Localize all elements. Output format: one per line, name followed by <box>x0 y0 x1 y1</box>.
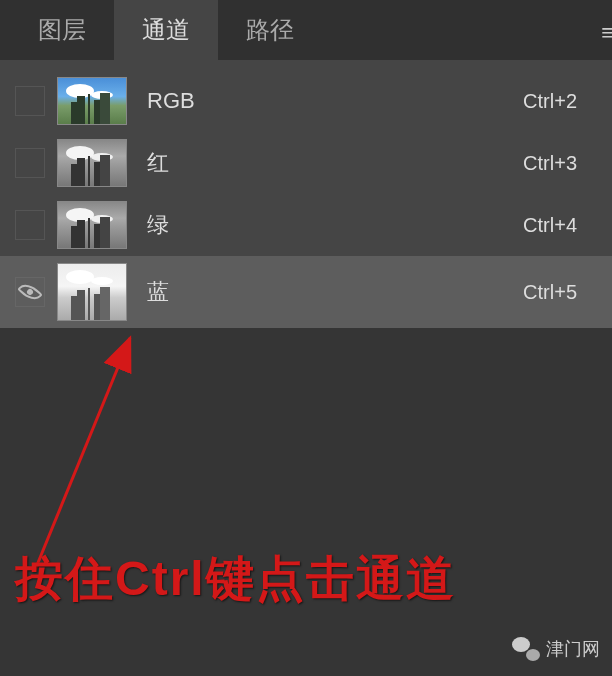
channel-name: RGB <box>139 88 511 114</box>
channel-row-red[interactable]: 红 Ctrl+3 <box>0 132 612 194</box>
visibility-toggle[interactable] <box>15 277 45 307</box>
channel-name: 红 <box>139 148 511 178</box>
visibility-toggle[interactable] <box>15 148 45 178</box>
visibility-toggle[interactable] <box>15 86 45 116</box>
channel-row-blue[interactable]: 蓝 Ctrl+5 <box>0 256 612 328</box>
tab-paths[interactable]: 路径 <box>218 0 322 61</box>
channel-shortcut: Ctrl+3 <box>523 152 597 175</box>
eye-icon <box>17 279 42 304</box>
wechat-icon <box>512 637 540 661</box>
panel-tabs: 图层 通道 路径 ≡ <box>0 0 612 60</box>
channel-thumbnail <box>57 201 127 249</box>
channel-row-rgb[interactable]: RGB Ctrl+2 <box>0 70 612 132</box>
watermark: 津门网 <box>512 637 600 661</box>
panel-menu-icon[interactable]: ≡ <box>601 20 612 46</box>
watermark-text: 津门网 <box>546 637 600 661</box>
visibility-toggle[interactable] <box>15 210 45 240</box>
channel-shortcut: Ctrl+2 <box>523 90 597 113</box>
channel-thumbnail <box>57 77 127 125</box>
channel-row-green[interactable]: 绿 Ctrl+4 <box>0 194 612 256</box>
channel-shortcut: Ctrl+4 <box>523 214 597 237</box>
annotation-text: 按住Ctrl键点击通道 <box>15 547 456 611</box>
channel-name: 蓝 <box>139 277 511 307</box>
svg-line-1 <box>35 338 130 570</box>
channel-thumbnail <box>57 263 127 321</box>
tab-layers[interactable]: 图层 <box>10 0 114 61</box>
channel-thumbnail <box>57 139 127 187</box>
channels-list: RGB Ctrl+2 红 Ctrl+3 绿 Ctrl+4 蓝 Ctrl+5 <box>0 60 612 328</box>
channel-shortcut: Ctrl+5 <box>523 281 597 304</box>
channel-name: 绿 <box>139 210 511 240</box>
tab-channels[interactable]: 通道 <box>114 0 218 61</box>
